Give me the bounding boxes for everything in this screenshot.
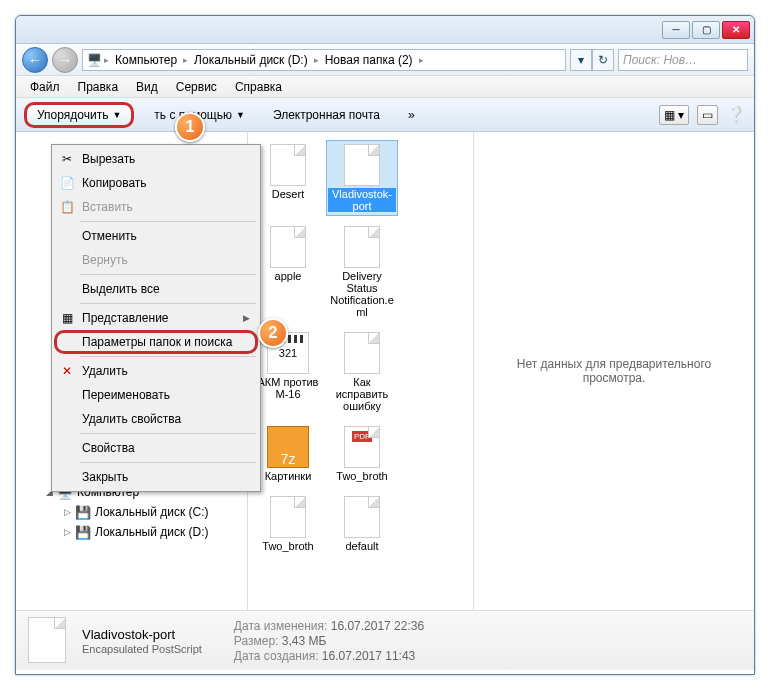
computer-icon: 🖥️ bbox=[87, 53, 102, 67]
file-item-selected[interactable]: Vladivostok-port bbox=[326, 140, 398, 216]
refresh-button[interactable]: ↻ bbox=[592, 49, 614, 71]
dd-select-all[interactable]: Выделить все bbox=[54, 277, 258, 301]
dd-close[interactable]: Закрыть bbox=[54, 465, 258, 489]
cut-icon: ✂ bbox=[59, 151, 75, 167]
delete-icon: ✕ bbox=[59, 363, 75, 379]
address-bar[interactable]: 🖥️ ▸ Компьютер ▸ Локальный диск (D:) ▸ Н… bbox=[82, 49, 566, 71]
details-pane: Vladivostok-port Encapsulated PostScript… bbox=[16, 610, 754, 670]
forward-button[interactable]: → bbox=[52, 47, 78, 73]
preview-empty-text: Нет данных для предварительного просмотр… bbox=[494, 357, 734, 385]
separator bbox=[80, 303, 256, 304]
email-button[interactable]: Электронная почта bbox=[265, 105, 388, 125]
dd-cut[interactable]: ✂Вырезать bbox=[54, 147, 258, 171]
file-label: Как исправить ошибку bbox=[328, 376, 396, 412]
dd-remove-props[interactable]: Удалить свойства bbox=[54, 407, 258, 431]
dd-layout[interactable]: ▦Представление▶ bbox=[54, 306, 258, 330]
file-item[interactable]: Two_broth bbox=[252, 492, 324, 556]
file-icon bbox=[270, 144, 306, 186]
dd-label: Копировать bbox=[82, 176, 147, 190]
file-label: apple bbox=[275, 270, 302, 282]
dd-label: Удалить свойства bbox=[82, 412, 181, 426]
breadcrumb-disk-d[interactable]: Локальный диск (D:) bbox=[190, 53, 312, 67]
paste-icon: 📋 bbox=[59, 199, 75, 215]
callout-2: 2 bbox=[258, 318, 288, 348]
view-options-button[interactable]: ▦ ▾ bbox=[659, 105, 689, 125]
separator bbox=[80, 274, 256, 275]
dd-label: Вставить bbox=[82, 200, 133, 214]
details-filetype: Encapsulated PostScript bbox=[82, 643, 202, 655]
menu-file[interactable]: Файл bbox=[22, 78, 68, 96]
menu-help[interactable]: Справка bbox=[227, 78, 290, 96]
file-icon bbox=[270, 226, 306, 268]
preview-pane: Нет данных для предварительного просмотр… bbox=[473, 132, 754, 610]
file-item[interactable]: Как исправить ошибку bbox=[326, 328, 398, 416]
dd-label: Вернуть bbox=[82, 253, 128, 267]
menu-bar: Файл Правка Вид Сервис Справка bbox=[16, 76, 754, 98]
close-button[interactable]: ✕ bbox=[722, 21, 750, 39]
minimize-button[interactable]: ─ bbox=[662, 21, 690, 39]
file-label: Картинки bbox=[265, 470, 312, 482]
search-input[interactable]: Поиск: Нов… bbox=[618, 49, 748, 71]
separator bbox=[80, 433, 256, 434]
details-size-value: 3,43 МБ bbox=[282, 634, 327, 648]
file-label: Vladivostok-port bbox=[328, 188, 396, 212]
dd-label: Представление bbox=[82, 311, 169, 325]
dd-redo: Вернуть bbox=[54, 248, 258, 272]
file-icon bbox=[344, 496, 380, 538]
maximize-button[interactable]: ▢ bbox=[692, 21, 720, 39]
dd-properties[interactable]: Свойства bbox=[54, 436, 258, 460]
menu-service[interactable]: Сервис bbox=[168, 78, 225, 96]
dd-label: Удалить bbox=[82, 364, 128, 378]
dd-copy[interactable]: 📄Копировать bbox=[54, 171, 258, 195]
chevron-right-icon: ▸ bbox=[419, 55, 424, 65]
expand-icon[interactable]: ▷ bbox=[64, 507, 71, 517]
file-icon bbox=[270, 496, 306, 538]
file-item[interactable]: 7zКартинки bbox=[252, 422, 324, 486]
callout-1: 1 bbox=[175, 112, 205, 142]
file-list[interactable]: Desert Vladivostok-port apple Delivery S… bbox=[248, 132, 473, 610]
file-item[interactable]: Delivery Status Notification.eml bbox=[326, 222, 398, 322]
file-icon bbox=[344, 226, 380, 268]
separator bbox=[80, 462, 256, 463]
chevron-down-icon: ▼ bbox=[112, 110, 121, 120]
dd-label: Отменить bbox=[82, 229, 137, 243]
search-placeholder: Поиск: Нов… bbox=[623, 53, 697, 67]
file-item[interactable]: apple bbox=[252, 222, 324, 322]
chevron-right-icon: ▶ bbox=[243, 313, 250, 323]
organize-button[interactable]: Упорядочить ▼ bbox=[24, 102, 134, 128]
file-item[interactable]: Desert bbox=[252, 140, 324, 216]
chevron-right-icon: ▸ bbox=[183, 55, 188, 65]
tree-disk-d[interactable]: ▷💾Локальный диск (D:) bbox=[16, 522, 247, 542]
titlebar: ─ ▢ ✕ bbox=[16, 16, 754, 44]
dd-rename[interactable]: Переименовать bbox=[54, 383, 258, 407]
preview-pane-button[interactable]: ▭ bbox=[697, 105, 718, 125]
breadcrumb-folder[interactable]: Новая папка (2) bbox=[321, 53, 417, 67]
menu-view[interactable]: Вид bbox=[128, 78, 166, 96]
more-button[interactable]: » bbox=[400, 105, 423, 125]
separator bbox=[80, 356, 256, 357]
expand-icon[interactable]: ▷ bbox=[64, 527, 71, 537]
tree-disk-c[interactable]: ▷💾Локальный диск (C:) bbox=[16, 502, 247, 522]
file-label: Two_broth bbox=[262, 540, 313, 552]
breadcrumb-computer[interactable]: Компьютер bbox=[111, 53, 181, 67]
dd-label: Выделить все bbox=[82, 282, 160, 296]
dd-undo[interactable]: Отменить bbox=[54, 224, 258, 248]
pdf-icon: PDF bbox=[341, 426, 383, 468]
help-icon[interactable]: ❔ bbox=[726, 105, 746, 124]
layout-icon: ▦ bbox=[59, 310, 75, 326]
dd-delete[interactable]: ✕Удалить bbox=[54, 359, 258, 383]
command-bar: Упорядочить ▼ ть с помощью ▼ Электронная… bbox=[16, 98, 754, 132]
file-item[interactable]: PDFTwo_broth bbox=[326, 422, 398, 486]
chevron-right-icon: ▸ bbox=[314, 55, 319, 65]
details-created-label: Дата создания: bbox=[234, 649, 319, 663]
dd-folder-options[interactable]: Параметры папок и поиска bbox=[54, 330, 258, 354]
history-dropdown-button[interactable]: ▾ bbox=[570, 49, 592, 71]
file-item[interactable]: default bbox=[326, 492, 398, 556]
dd-label: Свойства bbox=[82, 441, 135, 455]
chevron-right-icon: ▸ bbox=[104, 55, 109, 65]
file-area: Desert Vladivostok-port apple Delivery S… bbox=[248, 132, 754, 610]
organize-dropdown: ✂Вырезать 📄Копировать 📋Вставить Отменить… bbox=[51, 144, 261, 492]
menu-edit[interactable]: Правка bbox=[70, 78, 127, 96]
back-button[interactable]: ← bbox=[22, 47, 48, 73]
file-icon bbox=[28, 617, 70, 665]
